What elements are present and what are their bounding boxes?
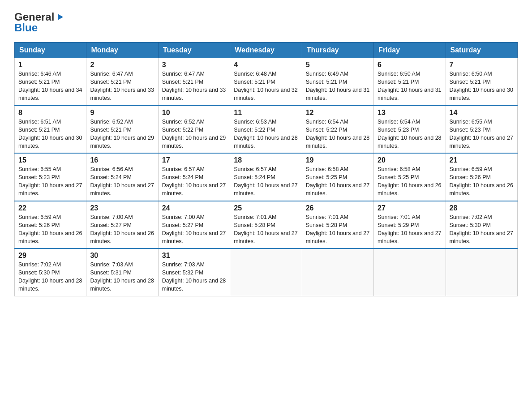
day-number: 26 xyxy=(306,204,370,212)
day-number: 14 xyxy=(450,109,514,117)
week-row-4: 22 Sunrise: 6:59 AMSunset: 5:26 PMDaylig… xyxy=(15,201,518,249)
day-number: 9 xyxy=(90,109,154,117)
cell-info: Sunrise: 6:56 AMSunset: 5:24 PMDaylight:… xyxy=(90,165,154,198)
cell-info: Sunrise: 6:57 AMSunset: 5:24 PMDaylight:… xyxy=(162,165,226,198)
day-number: 28 xyxy=(450,204,514,212)
calendar-cell xyxy=(446,248,517,296)
cell-info: Sunrise: 7:02 AMSunset: 5:30 PMDaylight:… xyxy=(450,213,514,246)
cell-info: Sunrise: 6:47 AMSunset: 5:21 PMDaylight:… xyxy=(162,70,226,103)
day-number: 11 xyxy=(234,109,298,117)
cell-info: Sunrise: 6:58 AMSunset: 5:25 PMDaylight:… xyxy=(378,165,442,198)
cell-info: Sunrise: 6:54 AMSunset: 5:22 PMDaylight:… xyxy=(306,118,370,150)
calendar-cell xyxy=(230,248,302,296)
calendar-cell: 6 Sunrise: 6:50 AMSunset: 5:21 PMDayligh… xyxy=(374,58,446,106)
week-row-5: 29 Sunrise: 7:02 AMSunset: 5:30 PMDaylig… xyxy=(15,248,518,296)
cell-info: Sunrise: 6:51 AMSunset: 5:21 PMDaylight:… xyxy=(18,118,82,150)
day-number: 25 xyxy=(234,204,298,212)
col-header-saturday: Saturday xyxy=(446,43,517,58)
header-row: SundayMondayTuesdayWednesdayThursdayFrid… xyxy=(15,43,518,58)
day-number: 27 xyxy=(378,204,442,212)
calendar-cell: 3 Sunrise: 6:47 AMSunset: 5:21 PMDayligh… xyxy=(158,58,230,106)
day-number: 13 xyxy=(378,109,442,117)
week-row-3: 15 Sunrise: 6:55 AMSunset: 5:23 PMDaylig… xyxy=(15,153,518,201)
calendar-cell: 22 Sunrise: 6:59 AMSunset: 5:26 PMDaylig… xyxy=(15,201,86,249)
cell-info: Sunrise: 6:49 AMSunset: 5:21 PMDaylight:… xyxy=(306,70,370,103)
calendar-cell: 2 Sunrise: 6:47 AMSunset: 5:21 PMDayligh… xyxy=(86,58,158,106)
day-number: 22 xyxy=(18,204,82,212)
day-number: 30 xyxy=(90,252,154,260)
day-number: 24 xyxy=(162,204,226,212)
day-number: 4 xyxy=(234,61,298,69)
cell-info: Sunrise: 6:52 AMSunset: 5:21 PMDaylight:… xyxy=(90,118,154,150)
day-number: 18 xyxy=(234,156,298,164)
calendar-cell: 13 Sunrise: 6:54 AMSunset: 5:23 PMDaylig… xyxy=(374,106,446,154)
calendar-cell: 18 Sunrise: 6:57 AMSunset: 5:24 PMDaylig… xyxy=(230,153,302,201)
cell-info: Sunrise: 6:59 AMSunset: 5:26 PMDaylight:… xyxy=(18,213,82,246)
logo-arrow-icon xyxy=(55,12,65,22)
cell-info: Sunrise: 6:58 AMSunset: 5:25 PMDaylight:… xyxy=(306,165,370,198)
calendar-cell: 24 Sunrise: 7:00 AMSunset: 5:27 PMDaylig… xyxy=(158,201,230,249)
cell-info: Sunrise: 6:46 AMSunset: 5:21 PMDaylight:… xyxy=(18,70,82,103)
day-number: 29 xyxy=(18,252,82,260)
page-header: General Blue xyxy=(14,11,518,34)
cell-info: Sunrise: 7:01 AMSunset: 5:28 PMDaylight:… xyxy=(306,213,370,246)
day-number: 10 xyxy=(162,109,226,117)
day-number: 21 xyxy=(450,156,514,164)
calendar-cell: 23 Sunrise: 7:00 AMSunset: 5:27 PMDaylig… xyxy=(86,201,158,249)
col-header-friday: Friday xyxy=(374,43,446,58)
day-number: 2 xyxy=(90,61,154,69)
cell-info: Sunrise: 6:50 AMSunset: 5:21 PMDaylight:… xyxy=(378,70,442,103)
cell-info: Sunrise: 6:59 AMSunset: 5:26 PMDaylight:… xyxy=(450,165,514,198)
col-header-tuesday: Tuesday xyxy=(158,43,230,58)
cell-info: Sunrise: 7:03 AMSunset: 5:32 PMDaylight:… xyxy=(162,261,226,293)
calendar-cell: 19 Sunrise: 6:58 AMSunset: 5:25 PMDaylig… xyxy=(302,153,373,201)
calendar-cell: 15 Sunrise: 6:55 AMSunset: 5:23 PMDaylig… xyxy=(15,153,86,201)
svg-marker-0 xyxy=(58,14,63,20)
cell-info: Sunrise: 6:50 AMSunset: 5:21 PMDaylight:… xyxy=(450,70,514,103)
calendar-cell: 5 Sunrise: 6:49 AMSunset: 5:21 PMDayligh… xyxy=(302,58,373,106)
calendar-cell: 12 Sunrise: 6:54 AMSunset: 5:22 PMDaylig… xyxy=(302,106,373,154)
day-number: 5 xyxy=(306,61,370,69)
calendar-cell: 7 Sunrise: 6:50 AMSunset: 5:21 PMDayligh… xyxy=(446,58,517,106)
cell-info: Sunrise: 6:53 AMSunset: 5:22 PMDaylight:… xyxy=(234,118,298,150)
calendar-cell: 26 Sunrise: 7:01 AMSunset: 5:28 PMDaylig… xyxy=(302,201,373,249)
day-number: 20 xyxy=(378,156,442,164)
calendar-cell: 30 Sunrise: 7:03 AMSunset: 5:31 PMDaylig… xyxy=(86,248,158,296)
calendar-cell: 25 Sunrise: 7:01 AMSunset: 5:28 PMDaylig… xyxy=(230,201,302,249)
calendar-cell: 16 Sunrise: 6:56 AMSunset: 5:24 PMDaylig… xyxy=(86,153,158,201)
day-number: 3 xyxy=(162,61,226,69)
logo-blue: Blue xyxy=(14,21,38,34)
col-header-sunday: Sunday xyxy=(15,43,86,58)
calendar-cell: 8 Sunrise: 6:51 AMSunset: 5:21 PMDayligh… xyxy=(15,106,86,154)
day-number: 17 xyxy=(162,156,226,164)
cell-info: Sunrise: 7:00 AMSunset: 5:27 PMDaylight:… xyxy=(162,213,226,246)
calendar-cell: 21 Sunrise: 6:59 AMSunset: 5:26 PMDaylig… xyxy=(446,153,517,201)
cell-info: Sunrise: 6:57 AMSunset: 5:24 PMDaylight:… xyxy=(234,165,298,198)
day-number: 16 xyxy=(90,156,154,164)
week-row-2: 8 Sunrise: 6:51 AMSunset: 5:21 PMDayligh… xyxy=(15,106,518,154)
day-number: 19 xyxy=(306,156,370,164)
calendar-cell: 31 Sunrise: 7:03 AMSunset: 5:32 PMDaylig… xyxy=(158,248,230,296)
cell-info: Sunrise: 6:55 AMSunset: 5:23 PMDaylight:… xyxy=(18,165,82,198)
calendar-table: SundayMondayTuesdayWednesdayThursdayFrid… xyxy=(14,42,518,296)
cell-info: Sunrise: 7:00 AMSunset: 5:27 PMDaylight:… xyxy=(90,213,154,246)
day-number: 8 xyxy=(18,109,82,117)
calendar-cell: 29 Sunrise: 7:02 AMSunset: 5:30 PMDaylig… xyxy=(15,248,86,296)
day-number: 31 xyxy=(162,252,226,260)
calendar-cell: 11 Sunrise: 6:53 AMSunset: 5:22 PMDaylig… xyxy=(230,106,302,154)
calendar-cell: 4 Sunrise: 6:48 AMSunset: 5:21 PMDayligh… xyxy=(230,58,302,106)
cell-info: Sunrise: 7:02 AMSunset: 5:30 PMDaylight:… xyxy=(18,261,82,293)
calendar-cell: 9 Sunrise: 6:52 AMSunset: 5:21 PMDayligh… xyxy=(86,106,158,154)
day-number: 15 xyxy=(18,156,82,164)
cell-info: Sunrise: 6:47 AMSunset: 5:21 PMDaylight:… xyxy=(90,70,154,103)
calendar-cell xyxy=(374,248,446,296)
col-header-wednesday: Wednesday xyxy=(230,43,302,58)
day-number: 12 xyxy=(306,109,370,117)
calendar-cell: 10 Sunrise: 6:52 AMSunset: 5:22 PMDaylig… xyxy=(158,106,230,154)
calendar-cell xyxy=(302,248,373,296)
cell-info: Sunrise: 6:48 AMSunset: 5:21 PMDaylight:… xyxy=(234,70,298,103)
calendar-cell: 1 Sunrise: 6:46 AMSunset: 5:21 PMDayligh… xyxy=(15,58,86,106)
day-number: 1 xyxy=(18,61,82,69)
day-number: 23 xyxy=(90,204,154,212)
day-number: 7 xyxy=(450,61,514,69)
